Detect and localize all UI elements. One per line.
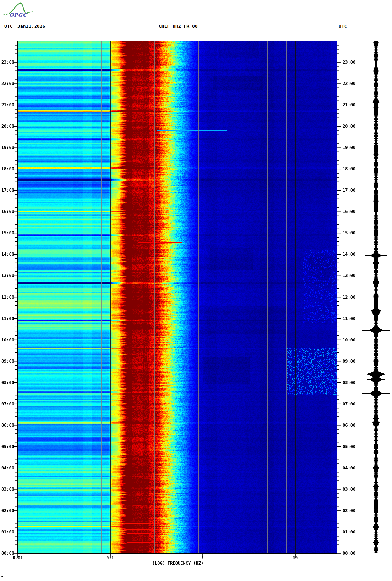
freq-tick-label: 10: [293, 555, 298, 561]
left-time-label: 22:00: [0, 81, 14, 86]
right-time-label: 00:00: [343, 550, 364, 556]
right-time-label: 09:00: [343, 358, 364, 364]
right-time-label: 10:00: [343, 337, 364, 343]
freq-tick-label: 0.01: [13, 555, 23, 561]
left-time-label: 04:00: [0, 465, 14, 471]
left-time-label: 00:00: [0, 550, 14, 556]
spectrogram-canvas: [18, 41, 337, 553]
left-time-label: 23:00: [0, 59, 14, 65]
right-time-label: 13:00: [343, 273, 364, 278]
right-time-label: 21:00: [343, 102, 364, 108]
page-title: CHLF HHZ FR 00: [159, 23, 198, 29]
freq-tick-label: 1: [201, 555, 204, 561]
opgc-logo: OPGC: [2, 1, 38, 20]
right-time-label: 15:00: [343, 230, 364, 236]
right-time-label: 07:00: [343, 401, 364, 407]
right-time-label: 03:00: [343, 486, 364, 492]
date-label: Jan11,2026: [17, 23, 45, 29]
left-time-label: 21:00: [0, 102, 14, 108]
right-time-label: 22:00: [343, 81, 364, 86]
right-time-label: 08:00: [343, 380, 364, 385]
left-time-label: 03:00: [0, 486, 14, 492]
left-time-label: 14:00: [0, 251, 14, 257]
left-time-label: 07:00: [0, 401, 14, 407]
right-time-label: 04:00: [343, 465, 364, 471]
right-time-label: 20:00: [343, 123, 364, 129]
left-time-label: 11:00: [0, 316, 14, 321]
left-time-label: 10:00: [0, 337, 14, 343]
left-time-label: 18:00: [0, 166, 14, 172]
right-time-label: 12:00: [343, 294, 364, 300]
right-time-label: 02:00: [343, 508, 364, 513]
left-time-label: 02:00: [0, 508, 14, 513]
x-axis-title: (LOG) FREQUENCY (HZ): [152, 560, 204, 566]
right-time-label: 16:00: [343, 209, 364, 214]
right-time-label: 05:00: [343, 444, 364, 449]
right-time-label: 23:00: [343, 59, 364, 65]
right-time-label: 06:00: [343, 422, 364, 428]
right-time-label: 19:00: [343, 145, 364, 150]
freq-tick-label: 0.1: [106, 555, 114, 561]
left-time-label: 15:00: [0, 230, 14, 236]
corner-artifact-glyph: A: [1, 574, 3, 578]
left-time-label: 01:00: [0, 529, 14, 535]
left-time-label: 19:00: [0, 145, 14, 150]
right-time-label: 17:00: [343, 187, 364, 193]
logo-mountain-dash-left: [3, 14, 9, 15]
left-time-label: 17:00: [0, 187, 14, 193]
left-time-label: 16:00: [0, 209, 14, 214]
logo-mountain-dash-right: [28, 12, 34, 12]
left-time-label: 20:00: [0, 123, 14, 129]
utc-label-left: UTC: [4, 23, 12, 29]
left-time-label: 08:00: [0, 380, 14, 385]
left-time-label: 06:00: [0, 422, 14, 428]
left-time-label: 12:00: [0, 294, 14, 300]
opgc-spectrogram-page: OPGC UTC Jan11,2026 CHLF HHZ FR 00 UTC (…: [0, 0, 392, 581]
left-time-label: 13:00: [0, 273, 14, 278]
utc-label-right: UTC: [339, 23, 347, 29]
right-time-label: 11:00: [343, 316, 364, 321]
right-time-label: 01:00: [343, 529, 364, 535]
right-time-label: 14:00: [343, 251, 364, 257]
logo-text: OPGC: [9, 12, 27, 18]
left-time-label: 09:00: [0, 358, 14, 364]
right-time-label: 18:00: [343, 166, 364, 172]
left-time-label: 05:00: [0, 444, 14, 449]
